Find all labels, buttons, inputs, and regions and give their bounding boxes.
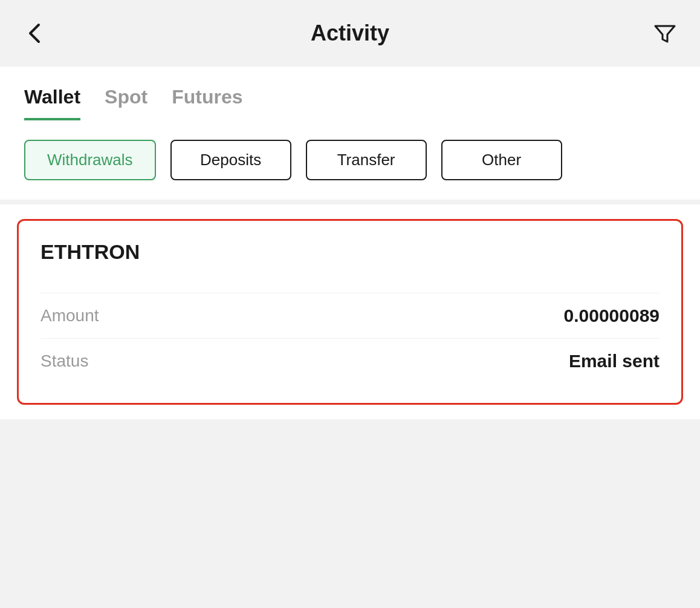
filter-transfer-button[interactable]: Transfer bbox=[306, 140, 427, 180]
tab-futures[interactable]: Futures bbox=[172, 86, 242, 120]
amount-value: 0.00000089 bbox=[564, 306, 660, 326]
filter-other-button[interactable]: Other bbox=[441, 140, 562, 180]
tab-spot[interactable]: Spot bbox=[105, 86, 147, 120]
status-label: Status bbox=[41, 351, 88, 371]
filter-button[interactable] bbox=[652, 20, 678, 47]
back-button[interactable] bbox=[22, 20, 48, 47]
header: Activity bbox=[0, 0, 700, 67]
filter-section: Withdrawals Deposits Transfer Other bbox=[0, 120, 700, 200]
tab-wallet[interactable]: Wallet bbox=[24, 86, 80, 120]
status-value: Email sent bbox=[569, 351, 659, 371]
transaction-card[interactable]: ETHTRON Amount 0.00000089 Status Email s… bbox=[17, 219, 683, 405]
transaction-title: ETHTRON bbox=[41, 240, 659, 264]
tabs-row: Wallet Spot Futures bbox=[24, 86, 676, 120]
filter-withdrawals-button[interactable]: Withdrawals bbox=[24, 140, 156, 180]
amount-row: Amount 0.00000089 bbox=[41, 293, 659, 338]
status-row: Status Email sent bbox=[41, 338, 659, 384]
filter-deposits-button[interactable]: Deposits bbox=[170, 140, 291, 180]
card-section: ETHTRON Amount 0.00000089 Status Email s… bbox=[0, 204, 700, 419]
amount-label: Amount bbox=[41, 306, 99, 325]
tabs-section: Wallet Spot Futures bbox=[0, 67, 700, 120]
page-title: Activity bbox=[311, 21, 389, 46]
